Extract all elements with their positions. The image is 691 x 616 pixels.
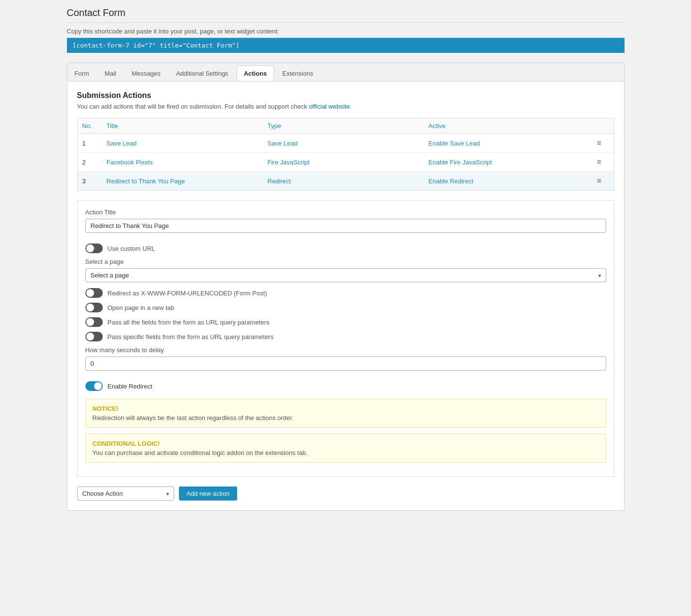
notice-text: Redirection will always be the last acti… <box>93 414 599 421</box>
redirect-encoded-label: Redirect as X-WWW-FORM-URLENCODED (Form … <box>108 290 267 297</box>
col-type: Type <box>268 122 429 130</box>
actions-table: No. Title Type Active 1 Save Lead Save L… <box>77 118 614 191</box>
submission-actions-desc: You can add actions that will be fired o… <box>77 103 614 110</box>
conditional-logic-text: You can purchase and activate conditiona… <box>93 449 599 456</box>
pass-specific-fields-label: Pass specific fields from the form as UR… <box>108 333 274 340</box>
table-row: 3 Redirect to Thank You Page Redirect En… <box>78 172 614 190</box>
bottom-bar: Choose Action Save Lead Fire JavaScript … <box>77 486 614 501</box>
use-custom-url-label: Use custom URL <box>108 245 155 252</box>
toggle-track <box>85 243 103 253</box>
toggle-thumb <box>86 304 94 311</box>
toggle-track-on <box>85 381 103 391</box>
row1-type: Save Lead <box>268 140 429 147</box>
action-title-input[interactable] <box>85 219 606 233</box>
tab-mail[interactable]: Mail <box>97 65 124 81</box>
tabs-nav: Form Mail Messages Additional Settings A… <box>67 63 624 81</box>
notice-box: NOTICE! Redirection will always be the l… <box>85 399 606 428</box>
pass-specific-fields-toggle[interactable] <box>85 332 103 341</box>
redirect-encoded-row: Redirect as X-WWW-FORM-URLENCODED (Form … <box>85 288 606 298</box>
redirect-encoded-toggle[interactable] <box>85 288 103 298</box>
use-custom-url-row: Use custom URL <box>85 243 606 253</box>
toggle-thumb <box>86 289 94 297</box>
shortcode-bar[interactable]: [contact-form-7 id="7" title="Contact Fo… <box>67 38 625 53</box>
action-title-label: Action Title <box>85 209 606 216</box>
tabs-container: Form Mail Messages Additional Settings A… <box>67 63 625 511</box>
tab-additional-settings[interactable]: Additional Settings <box>169 65 236 81</box>
notice-title: NOTICE! <box>93 405 599 412</box>
enable-redirect-row: Enable Redirect <box>85 381 606 391</box>
conditional-logic-title: CONDITIONAL LOGIC! <box>93 440 599 447</box>
pass-all-fields-row: Pass all the fields from the form as URL… <box>85 317 606 327</box>
enable-redirect-toggle[interactable] <box>85 381 103 391</box>
select-page-wrapper: Select a page Home About Contact Thank Y… <box>85 268 606 282</box>
pass-all-fields-label: Pass all the fields from the form as URL… <box>108 319 270 326</box>
toggle-thumb <box>86 333 94 340</box>
row1-active: Enable Save Lead <box>429 140 590 147</box>
tab-extensions[interactable]: Extensions <box>275 65 321 81</box>
row2-active: Enable Fire JavaScript <box>429 159 590 166</box>
choose-action-wrapper: Choose Action Save Lead Fire JavaScript … <box>77 486 174 501</box>
tab-content-actions: Submission Actions You can add actions t… <box>67 81 624 510</box>
tab-messages[interactable]: Messages <box>125 65 168 81</box>
row3-no: 3 <box>82 178 107 185</box>
action-edit-form: Action Title Use custom URL Select a pag… <box>77 200 614 477</box>
row3-menu-icon[interactable]: ≡ <box>590 177 609 185</box>
row1-menu-icon[interactable]: ≡ <box>590 139 609 147</box>
official-website-link[interactable]: official website <box>309 103 350 110</box>
toggle-thumb <box>86 244 94 252</box>
enable-redirect-label: Enable Redirect <box>108 383 153 390</box>
row3-title-link[interactable]: Redirect to Thank You Page <box>107 178 185 185</box>
row2-menu-icon[interactable]: ≡ <box>590 158 609 166</box>
toggle-track <box>85 317 103 327</box>
col-no: No. <box>82 122 107 130</box>
open-new-tab-label: Open page in a new tab <box>108 304 175 311</box>
row3-active: Enable Redirect <box>429 178 590 185</box>
toggle-track <box>85 332 103 341</box>
toggle-thumb <box>86 318 94 326</box>
row1-title-link[interactable]: Save Lead <box>107 140 137 147</box>
row2-title-link[interactable]: Facebook Pixels <box>107 159 153 166</box>
shortcode-label: Copy this shortcode and paste it into yo… <box>67 28 625 35</box>
open-new-tab-toggle[interactable] <box>85 303 103 312</box>
row3-title: Redirect to Thank You Page <box>107 178 268 185</box>
submission-actions-title: Submission Actions <box>77 91 614 100</box>
page-title: Contact Form <box>67 7 625 23</box>
conditional-logic-box: CONDITIONAL LOGIC! You can purchase and … <box>85 434 606 463</box>
use-custom-url-toggle[interactable] <box>85 243 103 253</box>
toggle-track <box>85 288 103 298</box>
tab-actions[interactable]: Actions <box>237 65 274 81</box>
toggle-track <box>85 303 103 312</box>
table-row: 2 Facebook Pixels Fire JavaScript Enable… <box>78 153 614 172</box>
pass-specific-fields-row: Pass specific fields from the form as UR… <box>85 332 606 341</box>
col-title: Title <box>107 122 268 130</box>
select-page-dropdown[interactable]: Select a page Home About Contact Thank Y… <box>85 268 606 282</box>
row1-title: Save Lead <box>107 140 268 147</box>
choose-action-select[interactable]: Choose Action Save Lead Fire JavaScript … <box>77 486 174 501</box>
col-menu <box>590 122 609 130</box>
select-page-label: Select a page <box>85 258 606 265</box>
row3-type: Redirect <box>268 178 429 185</box>
row1-no: 1 <box>82 140 107 147</box>
row2-type: Fire JavaScript <box>268 159 429 166</box>
open-new-tab-row: Open page in a new tab <box>85 303 606 312</box>
tab-form[interactable]: Form <box>67 65 96 81</box>
toggle-thumb <box>94 382 102 390</box>
row2-no: 2 <box>82 159 107 166</box>
delay-label: How many seconds to delay <box>85 346 606 354</box>
row2-title: Facebook Pixels <box>107 159 268 166</box>
table-row: 1 Save Lead Save Lead Enable Save Lead ≡ <box>78 134 614 153</box>
pass-all-fields-toggle[interactable] <box>85 317 103 327</box>
add-new-action-button[interactable]: Add new action <box>179 486 238 501</box>
table-header: No. Title Type Active <box>78 118 614 134</box>
delay-input[interactable] <box>85 357 606 371</box>
col-active: Active <box>429 122 590 130</box>
